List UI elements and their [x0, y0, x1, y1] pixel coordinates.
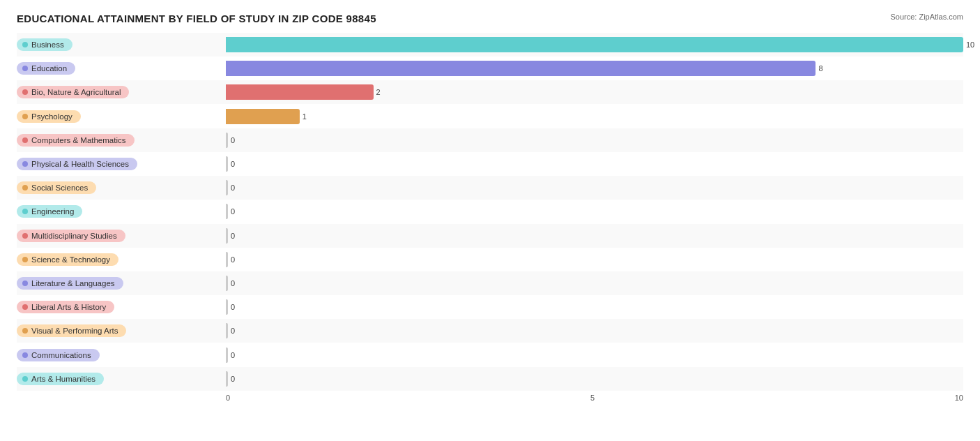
dot-science: [22, 257, 28, 262]
bar-value-arts: 0: [231, 375, 235, 383]
bar-row: Psychology1: [17, 105, 963, 128]
dot-communications: [22, 352, 28, 358]
bar-fill-communications: 0: [226, 347, 228, 363]
bar-value-business: 10: [966, 40, 974, 49]
chart-title: EDUCATIONAL ATTAINMENT BY FIELD OF STUDY…: [17, 13, 376, 24]
bar-fill-literature: 0: [226, 276, 228, 291]
bar-fill-bio: 2: [226, 84, 374, 100]
bar-label-container: Business: [17, 38, 226, 51]
graph-area-communications: 0: [226, 347, 963, 363]
graph-area-science: 0: [226, 252, 963, 267]
bar-fill-physical: 0: [226, 156, 228, 172]
bar-row: Multidisciplinary Studies0: [17, 224, 963, 248]
graph-area-computers: 0: [226, 133, 963, 148]
bar-label-container: Education: [17, 62, 226, 75]
bar-fill-business: 10: [226, 37, 963, 52]
bar-label-container: Physical & Health Sciences: [17, 158, 226, 170]
graph-area-psychology: 1: [226, 109, 963, 124]
x-label-0: 0: [226, 394, 230, 402]
bar-row: Social Sciences0: [17, 176, 963, 200]
bar-fill-computers: 0: [226, 133, 228, 148]
pill-psychology: Psychology: [17, 110, 81, 123]
bar-fill-science: 0: [226, 252, 228, 267]
label-social: Social Sciences: [31, 184, 88, 192]
label-education: Education: [31, 64, 67, 73]
dot-visual: [22, 328, 28, 334]
label-communications: Communications: [31, 351, 91, 359]
label-engineering: Engineering: [31, 207, 74, 216]
label-multidisciplinary: Multidisciplinary Studies: [31, 232, 117, 240]
dot-computers: [22, 137, 28, 143]
bar-fill-education: 8: [226, 61, 816, 76]
pill-education: Education: [17, 62, 75, 75]
pill-multidisciplinary: Multidisciplinary Studies: [17, 230, 125, 242]
graph-area-physical: 0: [226, 156, 963, 172]
bar-fill-visual: 0: [226, 323, 228, 338]
bar-row: Physical & Health Sciences0: [17, 152, 963, 176]
graph-area-engineering: 0: [226, 204, 963, 219]
bar-row: Literature & Languages0: [17, 271, 963, 295]
bar-fill-liberal: 0: [226, 299, 228, 315]
bar-value-computers: 0: [231, 136, 235, 144]
bar-label-container: Social Sciences: [17, 181, 226, 194]
label-physical: Physical & Health Sciences: [31, 160, 129, 168]
dot-physical: [22, 161, 28, 167]
graph-area-business: 10: [226, 37, 963, 52]
dot-literature: [22, 281, 28, 286]
label-liberal: Liberal Arts & History: [31, 303, 106, 311]
pill-business: Business: [17, 38, 72, 51]
bar-row: Visual & Performing Arts0: [17, 319, 963, 343]
bar-row: Arts & Humanities0: [17, 367, 963, 391]
pill-visual: Visual & Performing Arts: [17, 324, 126, 337]
graph-area-visual: 0: [226, 323, 963, 338]
bar-value-psychology: 1: [303, 112, 307, 121]
bar-row: Science & Technology0: [17, 248, 963, 271]
bar-value-physical: 0: [231, 160, 235, 168]
bar-label-container: Computers & Mathematics: [17, 134, 226, 147]
bar-value-liberal: 0: [231, 303, 235, 311]
pill-liberal: Liberal Arts & History: [17, 301, 114, 313]
pill-computers: Computers & Mathematics: [17, 134, 135, 147]
pill-literature: Literature & Languages: [17, 277, 123, 290]
bar-value-engineering: 0: [231, 207, 235, 216]
pill-physical: Physical & Health Sciences: [17, 158, 137, 170]
dot-engineering: [22, 209, 28, 214]
bar-value-bio: 2: [376, 88, 381, 96]
bar-row: Business10: [17, 33, 963, 57]
dot-psychology: [22, 114, 28, 119]
bar-value-visual: 0: [231, 327, 235, 335]
graph-area-literature: 0: [226, 276, 963, 291]
dot-education: [22, 66, 28, 71]
bar-label-container: Visual & Performing Arts: [17, 324, 226, 337]
label-computers: Computers & Mathematics: [31, 136, 126, 144]
dot-bio: [22, 89, 28, 95]
label-visual: Visual & Performing Arts: [31, 327, 118, 335]
chart-container: EDUCATIONAL ATTAINMENT BY FIELD OF STUDY…: [0, 0, 980, 441]
chart-header: EDUCATIONAL ATTAINMENT BY FIELD OF STUDY…: [17, 13, 963, 24]
graph-area-arts: 0: [226, 371, 963, 387]
pill-engineering: Engineering: [17, 205, 82, 218]
bar-label-container: Liberal Arts & History: [17, 301, 226, 313]
label-arts: Arts & Humanities: [31, 375, 95, 383]
bar-fill-psychology: 1: [226, 109, 300, 124]
bar-value-communications: 0: [231, 351, 235, 359]
graph-area-education: 8: [226, 61, 963, 76]
dot-business: [22, 42, 28, 47]
pill-bio: Bio, Nature & Agricultural: [17, 86, 129, 98]
pill-communications: Communications: [17, 349, 100, 361]
bar-fill-arts: 0: [226, 371, 228, 387]
bars-section: Business10Education8Bio, Nature & Agricu…: [17, 33, 963, 391]
graph-area-liberal: 0: [226, 299, 963, 315]
bar-row: Communications0: [17, 343, 963, 367]
dot-social: [22, 185, 28, 190]
pill-social: Social Sciences: [17, 181, 96, 194]
bar-label-container: Communications: [17, 349, 226, 361]
bar-value-science: 0: [231, 255, 235, 264]
dot-liberal: [22, 304, 28, 310]
bar-label-container: Engineering: [17, 205, 226, 218]
bar-row: Engineering0: [17, 200, 963, 223]
x-axis: 0510: [17, 394, 963, 402]
bar-label-container: Arts & Humanities: [17, 373, 226, 385]
chart-source: Source: ZipAtlas.com: [890, 13, 963, 21]
label-bio: Bio, Nature & Agricultural: [31, 88, 121, 96]
